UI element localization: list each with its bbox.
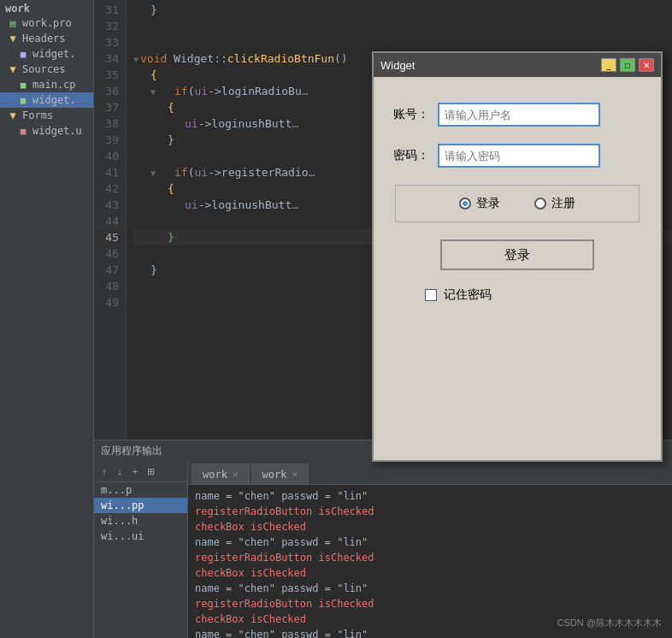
close-button[interactable]: ✕ <box>639 58 654 72</box>
password-row: 密码： <box>391 144 644 168</box>
remember-row: 记住密码 <box>391 287 644 303</box>
tab-close-work1[interactable]: ✕ <box>233 469 239 480</box>
ln-43: 43 <box>94 197 126 213</box>
bottom-tabs: work ✕ work ✕ <box>188 461 672 485</box>
sidebar-label-widget-ui: widget.u <box>32 125 82 137</box>
ln-36: 36 <box>94 83 126 99</box>
ln-31: 31 <box>94 2 126 18</box>
sidebar-label-widget-h: widget. <box>32 48 76 60</box>
radio-register-circle[interactable] <box>534 198 546 210</box>
cpp-file-icon-widget: ■ <box>17 94 29 106</box>
widget-dialog: Widget _ □ ✕ 账号： 密码： 登录 注册 <box>372 51 663 462</box>
remember-checkbox[interactable] <box>425 289 437 301</box>
radio-register-item[interactable]: 注册 <box>534 196 575 211</box>
output-line-7: name = "chen" passwd = "lin" <box>195 581 665 596</box>
code-line-31: } <box>133 2 672 18</box>
bottom-tab-work1[interactable]: work ✕ <box>192 464 250 484</box>
output-line-5: registerRadioButton isChecked <box>195 550 665 565</box>
tab-label-work2: work <box>262 469 287 481</box>
output-line-8: registerRadioButton isChecked <box>195 596 665 611</box>
tab-close-work2[interactable]: ✕ <box>292 469 298 480</box>
password-input[interactable] <box>438 144 600 168</box>
output-line-6: checkBox isChecked <box>195 565 665 581</box>
ln-44: 44 <box>94 213 126 229</box>
sidebar-item-widget-h[interactable]: ■ widget. <box>0 46 93 62</box>
nav-item-wih[interactable]: wi...h <box>94 513 187 529</box>
bottom-panel: 应用程序输出 ⟳ ◀ ◂ ▸ ▶ ⏸ ⏹ ✕ <box>94 440 672 638</box>
code-line-33 <box>133 34 672 50</box>
sidebar-label-headers: Headers <box>22 32 66 44</box>
username-input[interactable] <box>438 103 600 127</box>
sidebar-item-headers[interactable]: ▼ Headers <box>0 31 93 46</box>
ln-39: 39 <box>94 132 126 148</box>
cpp-file-icon-main: ■ <box>17 79 29 91</box>
sidebar-item-widget-cpp[interactable]: ■ widget. <box>0 92 93 108</box>
folder-icon-sources: ▼ <box>7 63 19 75</box>
bottom-panel-title: 应用程序输出 <box>101 444 162 458</box>
bottom-output[interactable]: name = "chen" passwd = "lin" registerRad… <box>188 485 672 638</box>
sidebar-item-main-cpp[interactable]: ■ main.cp <box>0 77 93 92</box>
remember-label: 记住密码 <box>444 287 492 303</box>
output-line-4: name = "chen" passwd = "lin" <box>195 535 665 550</box>
minimize-button[interactable]: _ <box>601 58 616 72</box>
h-file-icon: ■ <box>17 48 29 60</box>
nav-layout-btn[interactable]: ⊞ <box>144 464 157 478</box>
output-line-3: checkBox isChecked <box>195 519 665 535</box>
output-line-1: name = "chen" passwd = "lin" <box>195 488 665 504</box>
ln-40: 40 <box>94 148 126 164</box>
nav-item-mp[interactable]: m...p <box>94 482 187 498</box>
ln-47: 47 <box>94 262 126 278</box>
folder-icon-forms: ▼ <box>7 109 19 121</box>
bottom-left-nav: ↑ ↓ + ⊞ m...p wi...pp wi...h wi...ui <box>94 461 188 638</box>
ln-34: 34 <box>94 50 126 67</box>
output-line-2: registerRadioButton isChecked <box>195 504 665 519</box>
sidebar-item-widget-ui[interactable]: ■ widget.u <box>0 123 93 139</box>
pro-file-icon: ▤ <box>7 17 19 29</box>
ln-32: 32 <box>94 18 126 34</box>
sidebar-item-sources[interactable]: ▼ Sources <box>0 62 93 77</box>
ln-45: 45 <box>94 229 126 245</box>
ln-41: 41 <box>94 164 126 180</box>
radio-login-item[interactable]: 登录 <box>459 196 500 211</box>
ln-38: 38 <box>94 115 126 132</box>
sidebar-item-forms[interactable]: ▼ Forms <box>0 108 93 123</box>
radio-row: 登录 注册 <box>395 185 640 222</box>
bottom-tab-work2[interactable]: work ✕ <box>251 464 309 484</box>
sidebar-item-workpro[interactable]: ▤ work.pro <box>0 15 93 31</box>
bottom-split: ↑ ↓ + ⊞ m...p wi...pp wi...h wi...ui <box>94 461 672 638</box>
ui-file-icon: ■ <box>17 125 29 137</box>
code-line-32 <box>133 18 672 34</box>
login-button[interactable]: 登录 <box>440 239 594 270</box>
ln-49: 49 <box>94 294 126 310</box>
widget-titlebar: Widget _ □ ✕ <box>374 53 661 77</box>
nav-item-wipp[interactable]: wi...pp <box>94 498 187 513</box>
sidebar-label-forms: Forms <box>22 109 53 121</box>
restore-button[interactable]: □ <box>620 58 635 72</box>
username-label: 账号： <box>391 107 429 122</box>
ln-33: 33 <box>94 34 126 50</box>
widget-body: 账号： 密码： 登录 注册 登录 记住密码 <box>374 77 661 460</box>
bottom-main: work ✕ work ✕ name = "chen" passwd = "li… <box>188 461 672 638</box>
project-name: work <box>0 0 93 15</box>
ln-35: 35 <box>94 67 126 83</box>
sidebar: work ▤ work.pro ▼ Headers ■ widget. ▼ So… <box>0 0 94 638</box>
sidebar-label-widget-cpp: widget. <box>32 94 76 106</box>
radio-login-circle[interactable] <box>459 198 471 210</box>
sidebar-label-workpro: work.pro <box>22 17 72 29</box>
nav-up-btn[interactable]: ↑ <box>97 464 111 478</box>
folder-icon-headers: ▼ <box>7 32 19 44</box>
sidebar-label-main: main.cp <box>32 79 76 91</box>
line-numbers: 31 32 33 34 35 36 37 38 39 40 41 42 43 4… <box>94 0 127 440</box>
ln-37: 37 <box>94 99 126 115</box>
csdn-watermark: CSDN @陈木木木木木木 <box>557 617 662 629</box>
ln-42: 42 <box>94 180 126 197</box>
ln-46: 46 <box>94 245 126 262</box>
ln-48: 48 <box>94 278 126 294</box>
nav-add-btn[interactable]: + <box>128 464 142 478</box>
bottom-left-controls: ↑ ↓ + ⊞ <box>94 461 187 482</box>
sidebar-label-sources: Sources <box>22 63 66 75</box>
username-row: 账号： <box>391 103 644 127</box>
nav-down-btn[interactable]: ↓ <box>113 464 127 478</box>
tab-label-work1: work <box>203 469 227 481</box>
nav-item-wiui[interactable]: wi...ui <box>94 529 187 544</box>
